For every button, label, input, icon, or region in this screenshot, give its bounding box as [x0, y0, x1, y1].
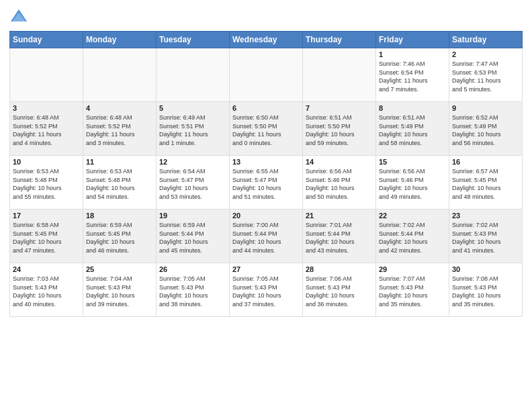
day-info: Sunrise: 6:59 AM Sunset: 5:45 PM Dayligh…: [86, 221, 153, 255]
day-info: Sunrise: 7:47 AM Sunset: 6:53 PM Dayligh…: [452, 60, 519, 93]
day-info: Sunrise: 7:02 AM Sunset: 5:43 PM Dayligh…: [452, 221, 519, 255]
page: SundayMondayTuesdayWednesdayThursdayFrid…: [0, 0, 532, 324]
calendar-cell: 29Sunrise: 7:07 AM Sunset: 5:43 PM Dayli…: [376, 263, 449, 317]
day-info: Sunrise: 6:53 AM Sunset: 5:48 PM Dayligh…: [86, 167, 153, 201]
weekday-header-tuesday: Tuesday: [157, 32, 230, 48]
day-info: Sunrise: 7:02 AM Sunset: 5:44 PM Dayligh…: [379, 221, 446, 255]
weekday-header-monday: Monday: [83, 32, 157, 48]
day-info: Sunrise: 6:54 AM Sunset: 5:47 PM Dayligh…: [159, 167, 226, 201]
day-info: Sunrise: 7:07 AM Sunset: 5:43 PM Dayligh…: [379, 275, 446, 308]
calendar-week-2: 3Sunrise: 6:48 AM Sunset: 5:52 PM Daylig…: [10, 102, 523, 156]
calendar-cell: 2Sunrise: 7:47 AM Sunset: 6:53 PM Daylig…: [449, 48, 523, 102]
day-info: Sunrise: 6:51 AM Sunset: 5:50 PM Dayligh…: [306, 113, 373, 147]
day-info: Sunrise: 7:05 AM Sunset: 5:43 PM Dayligh…: [232, 275, 300, 308]
calendar-cell: 25Sunrise: 7:04 AM Sunset: 5:43 PM Dayli…: [83, 263, 157, 317]
calendar-cell: 28Sunrise: 7:06 AM Sunset: 5:43 PM Dayli…: [303, 263, 376, 317]
day-number: 5: [159, 104, 226, 112]
day-number: 14: [306, 158, 373, 166]
calendar-cell: 12Sunrise: 6:54 AM Sunset: 5:47 PM Dayli…: [157, 156, 230, 210]
calendar-cell: 3Sunrise: 6:48 AM Sunset: 5:52 PM Daylig…: [10, 102, 83, 156]
day-number: 21: [306, 212, 373, 220]
calendar-cell: 17Sunrise: 6:58 AM Sunset: 5:45 PM Dayli…: [10, 210, 83, 263]
calendar-cell: 19Sunrise: 6:59 AM Sunset: 5:44 PM Dayli…: [157, 210, 230, 263]
day-info: Sunrise: 7:03 AM Sunset: 5:43 PM Dayligh…: [13, 275, 80, 308]
calendar-cell: 4Sunrise: 6:48 AM Sunset: 5:52 PM Daylig…: [83, 102, 157, 156]
day-number: 10: [13, 158, 80, 166]
calendar-cell: 24Sunrise: 7:03 AM Sunset: 5:43 PM Dayli…: [10, 263, 83, 317]
day-info: Sunrise: 6:48 AM Sunset: 5:52 PM Dayligh…: [13, 113, 80, 147]
logo-icon: [9, 7, 28, 26]
day-number: 11: [86, 158, 153, 166]
day-info: Sunrise: 6:49 AM Sunset: 5:51 PM Dayligh…: [159, 113, 226, 147]
calendar-cell: [83, 48, 157, 102]
day-number: 30: [452, 265, 519, 273]
calendar-header: SundayMondayTuesdayWednesdayThursdayFrid…: [10, 32, 523, 48]
day-info: Sunrise: 7:04 AM Sunset: 5:43 PM Dayligh…: [86, 275, 153, 308]
calendar-cell: 15Sunrise: 6:56 AM Sunset: 5:46 PM Dayli…: [376, 156, 449, 210]
calendar-cell: [303, 48, 376, 102]
day-number: 9: [452, 104, 519, 112]
day-number: 22: [379, 212, 446, 220]
calendar-week-3: 10Sunrise: 6:53 AM Sunset: 5:48 PM Dayli…: [10, 156, 523, 210]
weekday-header-saturday: Saturday: [449, 32, 523, 48]
day-number: 4: [86, 104, 153, 112]
calendar-body: 1Sunrise: 7:46 AM Sunset: 6:54 PM Daylig…: [10, 48, 523, 317]
day-number: 12: [159, 158, 226, 166]
calendar-cell: 14Sunrise: 6:56 AM Sunset: 5:46 PM Dayli…: [303, 156, 376, 210]
day-number: 16: [452, 158, 519, 166]
calendar-cell: 23Sunrise: 7:02 AM Sunset: 5:43 PM Dayli…: [449, 210, 523, 263]
day-info: Sunrise: 7:06 AM Sunset: 5:43 PM Dayligh…: [306, 275, 373, 308]
day-number: 17: [13, 212, 80, 220]
logo-area: [9, 7, 31, 26]
day-info: Sunrise: 7:05 AM Sunset: 5:43 PM Dayligh…: [159, 275, 226, 308]
calendar-cell: 7Sunrise: 6:51 AM Sunset: 5:50 PM Daylig…: [303, 102, 376, 156]
calendar-cell: 10Sunrise: 6:53 AM Sunset: 5:48 PM Dayli…: [10, 156, 83, 210]
calendar-cell: 18Sunrise: 6:59 AM Sunset: 5:45 PM Dayli…: [83, 210, 157, 263]
day-number: 2: [452, 50, 519, 58]
calendar-cell: 5Sunrise: 6:49 AM Sunset: 5:51 PM Daylig…: [157, 102, 230, 156]
day-info: Sunrise: 6:52 AM Sunset: 5:49 PM Dayligh…: [452, 113, 519, 147]
calendar-cell: 21Sunrise: 7:01 AM Sunset: 5:44 PM Dayli…: [303, 210, 376, 263]
day-number: 27: [232, 265, 300, 273]
weekday-header-row: SundayMondayTuesdayWednesdayThursdayFrid…: [10, 32, 523, 48]
day-number: 24: [13, 265, 80, 273]
weekday-header-thursday: Thursday: [303, 32, 376, 48]
calendar-cell: 30Sunrise: 7:08 AM Sunset: 5:43 PM Dayli…: [449, 263, 523, 317]
day-number: 3: [13, 104, 80, 112]
day-info: Sunrise: 7:46 AM Sunset: 6:54 PM Dayligh…: [379, 60, 446, 93]
calendar-cell: 20Sunrise: 7:00 AM Sunset: 5:44 PM Dayli…: [230, 210, 303, 263]
day-number: 19: [159, 212, 226, 220]
day-number: 28: [306, 265, 373, 273]
day-number: 13: [232, 158, 300, 166]
day-number: 6: [232, 104, 300, 112]
calendar-cell: 16Sunrise: 6:57 AM Sunset: 5:45 PM Dayli…: [449, 156, 523, 210]
day-info: Sunrise: 6:58 AM Sunset: 5:45 PM Dayligh…: [13, 221, 80, 255]
calendar-cell: [230, 48, 303, 102]
day-info: Sunrise: 7:08 AM Sunset: 5:43 PM Dayligh…: [452, 275, 519, 308]
day-number: 29: [379, 265, 446, 273]
day-number: 26: [159, 265, 226, 273]
day-number: 1: [379, 50, 446, 58]
day-info: Sunrise: 7:00 AM Sunset: 5:44 PM Dayligh…: [232, 221, 300, 255]
day-number: 18: [86, 212, 153, 220]
calendar-cell: 9Sunrise: 6:52 AM Sunset: 5:49 PM Daylig…: [449, 102, 523, 156]
weekday-header-friday: Friday: [376, 32, 449, 48]
day-info: Sunrise: 6:59 AM Sunset: 5:44 PM Dayligh…: [159, 221, 226, 255]
day-info: Sunrise: 7:01 AM Sunset: 5:44 PM Dayligh…: [306, 221, 373, 255]
calendar-cell: 27Sunrise: 7:05 AM Sunset: 5:43 PM Dayli…: [230, 263, 303, 317]
calendar-cell: [10, 48, 83, 102]
day-info: Sunrise: 6:57 AM Sunset: 5:45 PM Dayligh…: [452, 167, 519, 201]
day-info: Sunrise: 6:50 AM Sunset: 5:50 PM Dayligh…: [232, 113, 300, 147]
day-number: 15: [379, 158, 446, 166]
day-number: 20: [232, 212, 300, 220]
day-info: Sunrise: 6:56 AM Sunset: 5:46 PM Dayligh…: [379, 167, 446, 201]
weekday-header-wednesday: Wednesday: [230, 32, 303, 48]
day-info: Sunrise: 6:56 AM Sunset: 5:46 PM Dayligh…: [306, 167, 373, 201]
day-number: 8: [379, 104, 446, 112]
day-number: 7: [306, 104, 373, 112]
calendar-week-5: 24Sunrise: 7:03 AM Sunset: 5:43 PM Dayli…: [10, 263, 523, 317]
calendar: SundayMondayTuesdayWednesdayThursdayFrid…: [9, 31, 523, 317]
calendar-cell: 13Sunrise: 6:55 AM Sunset: 5:47 PM Dayli…: [230, 156, 303, 210]
calendar-week-1: 1Sunrise: 7:46 AM Sunset: 6:54 PM Daylig…: [10, 48, 523, 102]
header: [9, 7, 523, 26]
